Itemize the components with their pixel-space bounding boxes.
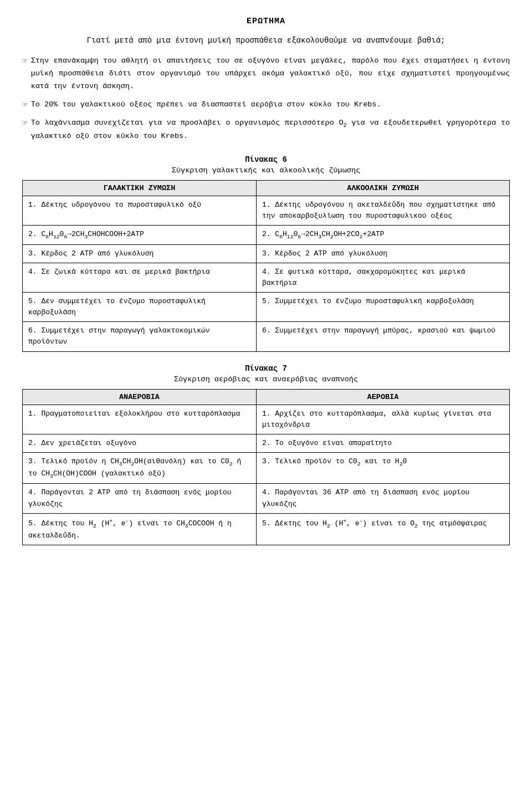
table-row: 6. Συμμετέχει στην παραγωγή γαλακτοκομικ… xyxy=(23,322,510,351)
table6-subtitle: Σύγκριση γαλακτικής και αλκοολικής ζύμωσ… xyxy=(22,166,510,175)
table6-r3-left: 3. Κέρδος 2 ΑΤΡ από γλυκόλυση xyxy=(23,244,257,263)
table7-subtitle: Σύγκριση αερόβιας και αναερόβιας αναπνοή… xyxy=(22,375,510,383)
table7-r1-right: 1. Αρχίζει στο κυτταρόπλασμα, αλλά κυρίω… xyxy=(256,405,509,434)
table6-r1-right: 1. Δέκτης υδρογόνου η ακεταλδεΰδη που σχ… xyxy=(256,196,509,225)
table6-r6-right: 6. Συμμετέχει στην παραγωγή μπύρας, κρασ… xyxy=(256,322,509,351)
page-title: ΕΡΩΤΗΜΑ xyxy=(22,17,510,26)
table-row: 3. Τελικό προϊόν η CH3CH2OH(αιθανόλη) κα… xyxy=(23,452,510,483)
bullet-icon-1: ☞ xyxy=(22,55,28,66)
table7-r5-left: 5. Δέκτης του H2 (H+, e-) είναι το CH3CO… xyxy=(23,513,257,545)
table6-r3-right: 3. Κέρδος 2 ΑΤΡ από γλυκόλυση xyxy=(256,244,509,263)
table7-r2-left: 2. Δεν χρειάζεται οξυγόνο xyxy=(23,434,257,452)
table7-col-left: ΑΝΑΕΡΟΒΙΑ xyxy=(23,389,257,405)
table7-col-right: ΑΕΡΟΒΙΑ xyxy=(256,389,509,405)
table7-r4-left: 4. Παράγονται 2 ΑΤΡ από τη διάσπαση ενός… xyxy=(23,484,257,513)
table6-r4-right: 4. Σε φυτικά κύτταρα, σακχαρομύκητες και… xyxy=(256,263,509,292)
bullet-icon-3: ☞ xyxy=(22,117,28,129)
table7-r5-right: 5. Δέκτης του H2 (H+, e-) είναι το O2 τη… xyxy=(256,513,509,545)
table-row: 5. Δεν συμμετέχει το ένζυμο πυροσταφυλικ… xyxy=(23,292,510,321)
table-row: 1. Δέκτης υδρογόνου το πυροσταφυλικό οξύ… xyxy=(23,196,510,225)
table-row: 1. Πραγματοποιείται εξολοκλήρου στο κυττ… xyxy=(23,405,510,434)
bullet-text-3: Το λαχάνιασμα συνεχίζεται για να προσλάβ… xyxy=(31,117,510,143)
table6-r1-left: 1. Δέκτης υδρογόνου το πυροσταφυλικό οξύ xyxy=(23,196,257,225)
table6-r4-left: 4. Σε ζωικά κύτταρα και σε μερικά βακτήρ… xyxy=(23,263,257,292)
table6-col-left: ΓΑΛΑΚΤΙΚΗ ΖΥΜΩΣΗ xyxy=(23,180,257,196)
table-row: 4. Παράγονται 2 ΑΤΡ από τη διάσπαση ενός… xyxy=(23,484,510,513)
bullet-text-1: Στην επανάκαμψη του αθλητή οι απαιτήσεις… xyxy=(31,55,510,93)
table7-r1-left: 1. Πραγματοποιείται εξολοκλήρου στο κυττ… xyxy=(23,405,257,434)
table6-r5-right: 5. Συμμετέχει το ένζυμο πυροσταφυλική κα… xyxy=(256,292,509,321)
table-row: 2. Δεν χρειάζεται οξυγόνο 2. Το οξυγόνο … xyxy=(23,434,510,452)
bullet-3: ☞ Το λαχάνιασμα συνεχίζεται για να προσλ… xyxy=(22,117,510,143)
table7: ΑΝΑΕΡΟΒΙΑ ΑΕΡΟΒΙΑ 1. Πραγματοποιείται εξ… xyxy=(22,389,510,545)
bullet-icon-2: ☞ xyxy=(22,99,28,110)
table6-title: Πίνακας 6 xyxy=(22,155,510,164)
table-row: 3. Κέρδος 2 ΑΤΡ από γλυκόλυση 3. Κέρδος … xyxy=(23,244,510,263)
page-subtitle: Γιατί μετά από μια έντονη μυϊκή προσπάθε… xyxy=(22,36,510,45)
table7-r3-right: 3. Τελικό προϊόν το C02 και το H20 xyxy=(256,452,509,483)
bullet-text-2: Το 20% του γαλακτικού οξέος πρέπει να δι… xyxy=(31,99,381,111)
table6-r2-left: 2. C6H1206→2CH3CHOHCOOH+2ATP xyxy=(23,225,257,244)
bullet-1: ☞ Στην επανάκαμψη του αθλητή οι απαιτήσε… xyxy=(22,55,510,93)
table7-r3-left: 3. Τελικό προϊόν η CH3CH2OH(αιθανόλη) κα… xyxy=(23,452,257,483)
table-row: 2. C6H1206→2CH3CHOHCOOH+2ATP 2. C6H1206→… xyxy=(23,225,510,244)
bullet-2: ☞ Το 20% του γαλακτικού οξέος πρέπει να … xyxy=(22,99,510,111)
table6-col-right: ΑΛΚΟΟΛΙΚΗ ΖΥΜΩΣΗ xyxy=(256,180,509,196)
table-row: 5. Δέκτης του H2 (H+, e-) είναι το CH3CO… xyxy=(23,513,510,545)
table6-r2-right: 2. C6H1206→2CH3CH2OH+2CO2+2ATP xyxy=(256,225,509,244)
table7-r4-right: 4. Παράγονται 36 ΑΤΡ από τη διάσπαση ενό… xyxy=(256,484,509,513)
table7-r2-right: 2. Το οξυγόνο είναι απαραίτητο xyxy=(256,434,509,452)
table7-title: Πίνακας 7 xyxy=(22,364,510,373)
table6: ΓΑΛΑΚΤΙΚΗ ΖΥΜΩΣΗ ΑΛΚΟΟΛΙΚΗ ΖΥΜΩΣΗ 1. Δέκ… xyxy=(22,180,510,352)
table6-r6-left: 6. Συμμετέχει στην παραγωγή γαλακτοκομικ… xyxy=(23,322,257,351)
table6-r5-left: 5. Δεν συμμετέχει το ένζυμο πυροσταφυλικ… xyxy=(23,292,257,321)
table-row: 4. Σε ζωικά κύτταρα και σε μερικά βακτήρ… xyxy=(23,263,510,292)
